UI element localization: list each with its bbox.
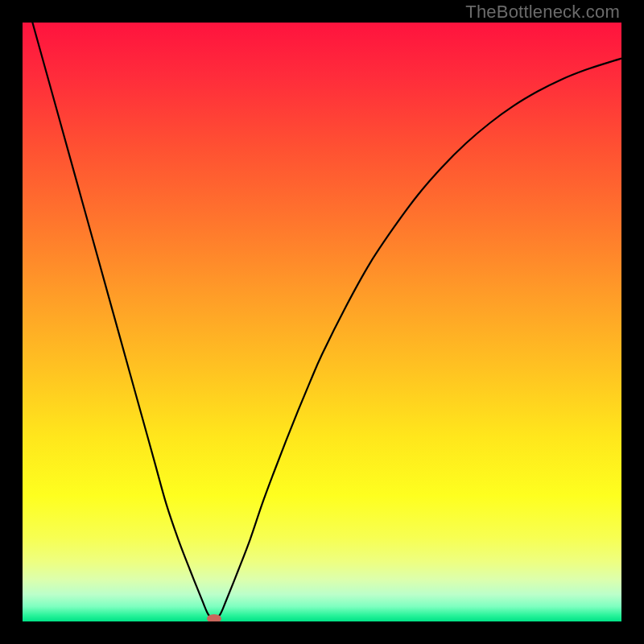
bottleneck-curve	[23, 23, 621, 621]
plot-area	[23, 23, 621, 621]
minimum-marker	[207, 614, 221, 621]
chart-frame: TheBottleneck.com	[0, 0, 644, 644]
watermark-text: TheBottleneck.com	[465, 2, 620, 23]
